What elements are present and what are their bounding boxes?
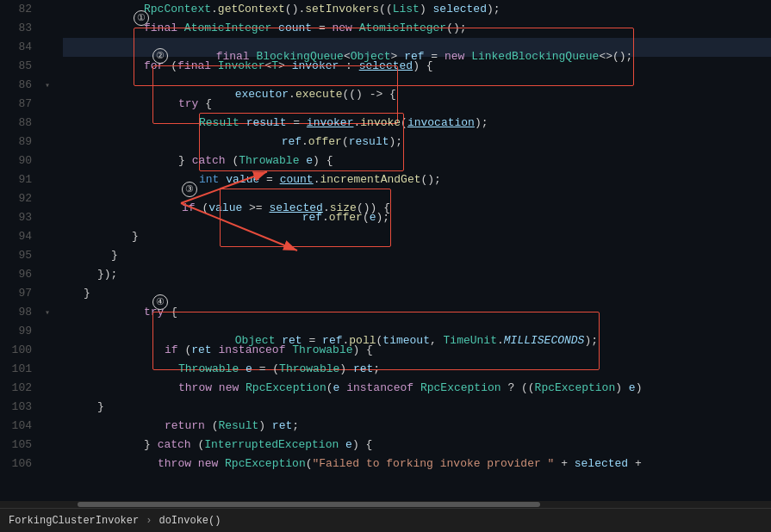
fold-87[interactable] bbox=[39, 95, 56, 114]
line-82: 82 bbox=[0, 0, 32, 19]
line-96: 96 bbox=[0, 265, 32, 284]
fold-91[interactable] bbox=[39, 170, 56, 189]
code-editor: 82 83 84 85 86 87 88 89 90 91 92 93 94 9… bbox=[0, 0, 771, 532]
fold-98[interactable]: ▾ bbox=[39, 303, 56, 322]
fold-89[interactable] bbox=[39, 133, 56, 152]
line-104: 104 bbox=[0, 417, 32, 436]
fold-93[interactable] bbox=[39, 208, 56, 227]
line-103: 103 bbox=[0, 398, 32, 417]
line-84: 84 bbox=[0, 38, 32, 57]
fold-90[interactable] bbox=[39, 152, 56, 170]
line-91: 91 bbox=[0, 170, 32, 189]
fold-85[interactable] bbox=[39, 57, 56, 76]
scrollbar-thumb[interactable] bbox=[78, 502, 540, 507]
line-101: 101 bbox=[0, 360, 32, 379]
line-87: 87 bbox=[0, 95, 32, 114]
line-numbers: 82 83 84 85 86 87 88 89 90 91 92 93 94 9… bbox=[0, 0, 39, 501]
fold-96[interactable] bbox=[39, 265, 56, 284]
line-90: 90 bbox=[0, 152, 32, 170]
code-area: 82 83 84 85 86 87 88 89 90 91 92 93 94 9… bbox=[0, 0, 771, 501]
line-88: 88 bbox=[0, 114, 32, 133]
fold-column: ▾ ▾ bbox=[39, 0, 56, 501]
fold-106[interactable] bbox=[39, 455, 56, 473]
horizontal-scrollbar[interactable] bbox=[0, 501, 771, 508]
fold-100[interactable] bbox=[39, 341, 56, 360]
breadcrumb-class: ForkingClusterInvoker bbox=[9, 515, 139, 527]
fold-97[interactable] bbox=[39, 284, 56, 303]
fold-101[interactable] bbox=[39, 360, 56, 379]
fold-94[interactable] bbox=[39, 227, 56, 246]
fold-99[interactable] bbox=[39, 322, 56, 341]
fold-103[interactable] bbox=[39, 398, 56, 417]
code-line-106: throw new RpcException("Failed to forkin… bbox=[63, 455, 771, 473]
code-line-102: throw new RpcException(e instanceof RpcE… bbox=[63, 379, 771, 398]
status-bar: ForkingClusterInvoker › doInvoke() bbox=[0, 508, 771, 532]
fold-104[interactable] bbox=[39, 417, 56, 436]
breadcrumb-method: doInvoke() bbox=[159, 515, 221, 527]
fold-88[interactable] bbox=[39, 114, 56, 133]
circle-4: ④ bbox=[152, 294, 168, 310]
fold-82[interactable] bbox=[39, 0, 56, 19]
code-content: RpcContext.getContext().setInvokers((Lis… bbox=[56, 0, 771, 501]
line-93: 93 bbox=[0, 208, 32, 227]
breadcrumb-separator: › bbox=[146, 515, 152, 527]
fold-92[interactable] bbox=[39, 189, 56, 208]
line-100: 100 bbox=[0, 341, 32, 360]
line-95: 95 bbox=[0, 246, 32, 265]
line-97: 97 bbox=[0, 284, 32, 303]
fold-84[interactable] bbox=[39, 38, 56, 57]
line-106: 106 bbox=[0, 455, 32, 473]
line-86: 86 bbox=[0, 76, 32, 95]
line-105: 105 bbox=[0, 436, 32, 455]
line-102: 102 bbox=[0, 379, 32, 398]
line-99: 99 bbox=[0, 322, 32, 341]
line-85: 85 bbox=[0, 57, 32, 76]
fold-95[interactable] bbox=[39, 246, 56, 265]
fold-83[interactable] bbox=[39, 19, 56, 38]
circle-2: ② bbox=[152, 48, 168, 64]
circle-1: ① bbox=[134, 10, 149, 26]
fold-105[interactable] bbox=[39, 436, 56, 455]
line-94: 94 bbox=[0, 227, 32, 246]
fold-86[interactable]: ▾ bbox=[39, 76, 56, 95]
fold-102[interactable] bbox=[39, 379, 56, 398]
code-line-93: ref.offer(e); bbox=[63, 208, 771, 227]
line-89: 89 bbox=[0, 133, 32, 152]
line-98: 98 bbox=[0, 303, 32, 322]
line-92: 92 bbox=[0, 189, 32, 208]
line-83: 83 bbox=[0, 19, 32, 38]
